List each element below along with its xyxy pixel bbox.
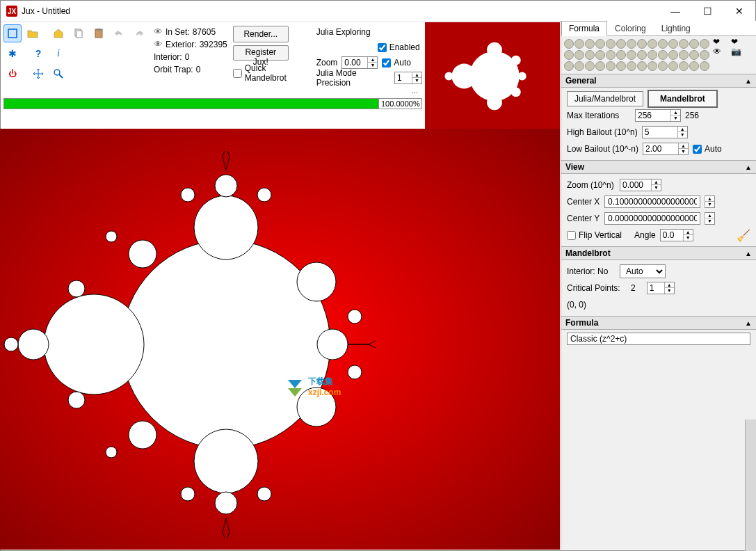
auto-label: Auto (705, 144, 722, 154)
angle-spinbox[interactable]: ▲▼ (660, 229, 693, 241)
svg-point-17 (122, 240, 330, 449)
tab-formula[interactable]: Formula (561, 21, 607, 36)
watermark: 下载集 xzji.com (285, 376, 341, 397)
main-fractal-view[interactable]: 下载集 xzji.com (0, 129, 560, 550)
center-y-spin[interactable]: ▲▼ (705, 212, 715, 225)
collapse-icon: ▲ (745, 163, 752, 171)
scrollbar[interactable] (745, 420, 756, 551)
palette-grid[interactable] (564, 39, 709, 71)
render-button[interactable]: Render... (233, 26, 289, 42)
toolbar-panel: ✱ ? i ⏻ 👁In Set: 87605 👁Exterior: 392395… (1, 22, 425, 129)
center-x-spin[interactable]: ▲▼ (705, 195, 715, 208)
properties-tabs: Formula Coloring Lighting (561, 21, 756, 36)
flip-vertical-checkbox[interactable]: Flip Vertical (567, 230, 622, 240)
julia-zoom-spinbox[interactable]: ▲▼ (341, 56, 378, 69)
new-button[interactable] (3, 24, 22, 42)
julia-auto-label: Auto (394, 58, 411, 67)
high-bailout-spinbox[interactable]: ▲▼ (642, 126, 688, 138)
minimize-button[interactable]: — (659, 1, 691, 22)
home-button[interactable] (49, 24, 67, 42)
interior-value: 0 (185, 51, 190, 63)
reset-view-button[interactable]: 🧹 (737, 229, 750, 242)
julia-enabled-checkbox[interactable]: Enabled (378, 42, 420, 52)
svg-point-5 (54, 70, 60, 75)
spin-down-icon[interactable]: ▼ (412, 78, 421, 83)
svg-point-25 (297, 262, 336, 301)
svg-point-18 (44, 294, 144, 394)
center-x-input[interactable] (604, 195, 700, 208)
center-y-input[interactable] (604, 212, 700, 225)
exterior-value: 392395 (200, 39, 227, 50)
maximize-button[interactable]: ☐ (691, 1, 723, 22)
gear-icon: ✱ (8, 48, 17, 59)
spin-up-icon[interactable]: ▲ (412, 72, 421, 78)
low-bailout-spinbox[interactable]: ▲▼ (643, 143, 689, 155)
svg-rect-2 (77, 31, 82, 38)
section-general-title: General (565, 76, 597, 86)
section-formula-body (561, 330, 756, 348)
svg-point-11 (487, 42, 502, 58)
center-x-label: Center X (567, 197, 600, 207)
move-tool-button[interactable] (29, 65, 47, 83)
settings-button[interactable]: ✱ (3, 45, 22, 63)
palette-camera-button[interactable]: ❤📷 (730, 39, 746, 54)
svg-point-15 (518, 72, 526, 81)
open-button[interactable] (24, 24, 42, 42)
svg-rect-4 (97, 29, 101, 31)
svg-point-22 (194, 429, 258, 493)
tab-coloring[interactable]: Coloring (607, 21, 654, 36)
heart-camera-icon: ❤📷 (731, 37, 745, 56)
zoom-tool-button[interactable] (49, 65, 67, 83)
formula-input[interactable] (567, 333, 750, 345)
section-mandelbrot-header[interactable]: Mandelbrot▲ (561, 246, 756, 260)
section-general-header[interactable]: General▲ (561, 74, 756, 88)
spin-up-icon[interactable]: ▲ (367, 57, 377, 63)
high-bailout-label: High Bailout (10^n) (567, 127, 638, 137)
status-dots: ... (3, 86, 422, 95)
mandelbrot-button[interactable]: Mandelbrot (648, 90, 718, 108)
palette-eye-button[interactable]: ❤👁 (712, 39, 727, 54)
help-button[interactable]: ? (29, 45, 47, 63)
interior-label: Interior: (154, 51, 182, 63)
interior-combo[interactable]: Auto (620, 264, 666, 278)
progress-bar (3, 98, 379, 109)
undo-button[interactable] (110, 24, 128, 42)
titlebar: JX Jux - Untitled — ☐ ✕ (1, 1, 755, 22)
flip-label: Flip Vertical (579, 230, 622, 240)
info-button[interactable]: i (49, 45, 67, 63)
tab-lighting[interactable]: Lighting (654, 21, 698, 36)
section-view-body: Zoom (10^n) ▲▼ Center X ▲▼ Center Y ▲▼ F… (561, 174, 756, 246)
critical-origin: (0, 0) (567, 300, 586, 310)
section-view-header[interactable]: View▲ (561, 160, 756, 174)
svg-line-6 (59, 74, 63, 78)
quick-mandelbrot-checkbox[interactable]: Quick Mandelbrot (233, 63, 308, 83)
view-zoom-spinbox[interactable]: ▲▼ (620, 179, 661, 191)
max-iter-spinbox[interactable]: ▲▼ (635, 109, 681, 122)
close-button[interactable]: ✕ (723, 1, 755, 22)
section-formula-header[interactable]: Formula▲ (561, 316, 756, 330)
spin-down-icon[interactable]: ▼ (367, 63, 377, 68)
copy-button[interactable] (70, 24, 88, 42)
svg-rect-0 (8, 29, 17, 38)
julia-mandelbrot-button[interactable]: Julia/Mandelbrot (567, 91, 643, 106)
svg-point-33 (181, 188, 195, 202)
register-button[interactable]: Register Jux! (233, 45, 289, 61)
exterior-label: Exterior: (166, 39, 197, 50)
julia-precision-spinbox[interactable]: ▲▼ (394, 72, 422, 84)
right-panel: Formula Coloring Lighting ❤👁 ❤📷 General▲… (561, 21, 756, 550)
collapse-icon: ▲ (745, 319, 752, 327)
collapse-icon: ▲ (745, 77, 752, 85)
svg-point-13 (511, 56, 521, 65)
svg-point-19 (18, 329, 49, 360)
critical-spinbox[interactable]: ▲▼ (647, 282, 675, 294)
power-icon: ⏻ (8, 69, 17, 79)
power-button[interactable]: ⏻ (3, 65, 22, 83)
julia-auto-checkbox[interactable]: Auto (382, 58, 411, 67)
svg-point-14 (511, 87, 521, 97)
julia-zoom-label: Zoom (316, 58, 338, 67)
thumbnail-view[interactable] (425, 22, 560, 129)
paste-button[interactable] (90, 24, 108, 42)
svg-point-28 (129, 240, 156, 268)
redo-button[interactable] (130, 24, 148, 42)
low-bailout-auto-checkbox[interactable]: Auto (693, 144, 722, 154)
